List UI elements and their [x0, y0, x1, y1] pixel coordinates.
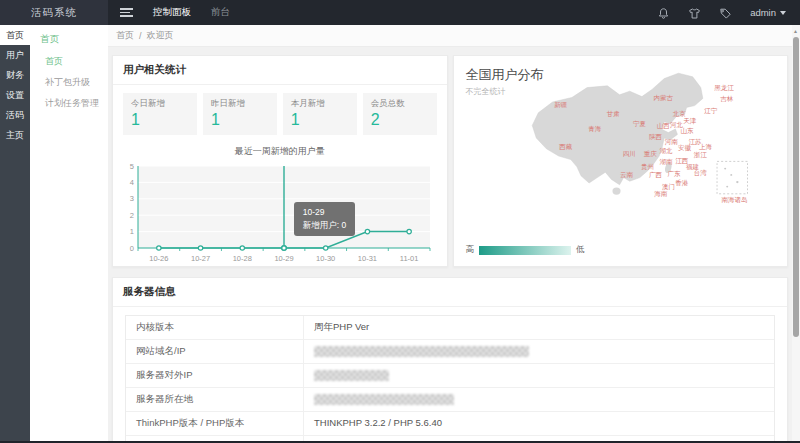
bell-icon[interactable]: [657, 6, 670, 19]
server-info-value: [304, 364, 774, 387]
server-info-panel: 服务器信息 内核版本 周年PHP Ver 网站域名/IP 服务器对外IP 服务器…: [112, 277, 788, 443]
user-stats-title: 用户相关统计: [113, 56, 447, 85]
submenu-item-patch-upgrade[interactable]: 补丁包升级: [30, 72, 108, 93]
tshirt-theme-icon[interactable]: [688, 6, 701, 19]
scrollbar-thumb[interactable]: [793, 37, 799, 337]
sidebar-item-home[interactable]: 首页: [0, 25, 30, 45]
province-label: 台湾: [694, 169, 707, 176]
server-info-label: 服务器对外IP: [126, 364, 304, 387]
app-logo: 活码系统: [0, 0, 108, 25]
stat-card-total-members: 会员总数 2: [363, 93, 437, 135]
breadcrumb-home[interactable]: 首页: [116, 29, 134, 42]
svg-text:5: 5: [130, 162, 134, 171]
topbar-actions: admin: [657, 6, 800, 19]
sidebar-item-qrcode[interactable]: 活码: [0, 105, 30, 125]
sidebar-submenu: 首页 首页 补丁包升级 计划任务管理: [30, 25, 108, 443]
svg-text:4: 4: [130, 178, 134, 187]
china-map: 新疆甘肃青海西藏内蒙古黑龙江吉林辽宁北京天津河北山西宁夏陕西山东河南江苏安徽上海…: [516, 66, 780, 210]
chart-tooltip: 10-29 新增用户: 0: [294, 202, 355, 236]
province-label: 陕西: [649, 133, 662, 140]
stat-cards: 今日新增 1 昨日新增 1 本月新增 1 会员总数 2: [113, 85, 447, 139]
svg-text:10-29: 10-29: [274, 254, 293, 263]
sidebar-item-mainpage[interactable]: 主页: [0, 125, 30, 145]
china-map-shape: [516, 66, 780, 210]
server-info-table: 内核版本 周年PHP Ver 网站域名/IP 服务器对外IP 服务器所在地 Th…: [125, 315, 775, 443]
province-label: 四川: [623, 151, 636, 158]
server-info-label: 服务器所在地: [126, 388, 304, 411]
svg-text:10-28: 10-28: [232, 254, 251, 263]
province-label: 宁夏: [633, 120, 646, 127]
legend-gradient-bar: [479, 246, 571, 255]
province-label: 海南: [654, 191, 667, 198]
page-scrollbar[interactable]: ▲: [792, 25, 800, 443]
tab-frontend[interactable]: 前台: [211, 6, 230, 19]
stat-card-yesterday: 昨日新增 1: [203, 93, 277, 135]
map-legend: 高 低: [466, 244, 585, 256]
scroll-up-arrow-icon[interactable]: ▲: [793, 28, 798, 34]
tooltip-value: 新增用户: 0: [303, 219, 346, 232]
province-label: 辽宁: [704, 107, 717, 114]
province-label: 贵州: [641, 164, 654, 171]
server-info-value: [304, 388, 774, 411]
svg-text:1: 1: [130, 227, 134, 236]
server-info-label: 网站域名/IP: [126, 340, 304, 363]
breadcrumb: 首页 / 欢迎页: [108, 25, 792, 47]
svg-text:3: 3: [130, 194, 134, 203]
svg-text:10-27: 10-27: [191, 254, 210, 263]
table-row: 服务器对外IP: [126, 364, 774, 388]
server-info-label: ThinkPHP版本 / PHP版本: [126, 412, 304, 435]
svg-text:2: 2: [130, 211, 134, 220]
svg-text:11-01: 11-01: [400, 254, 419, 263]
province-label: 内蒙古: [654, 94, 674, 101]
user-menu[interactable]: admin: [750, 7, 786, 18]
province-label: 甘肃: [607, 110, 620, 117]
svg-text:10-30: 10-30: [316, 254, 335, 263]
svg-text:0: 0: [130, 244, 134, 253]
svg-text:10-26: 10-26: [149, 254, 168, 263]
sidebar-item-settings[interactable]: 设置: [0, 85, 30, 105]
province-label: 广西: [649, 172, 662, 179]
breadcrumb-current: 欢迎页: [147, 29, 174, 42]
redacted-value: [314, 346, 529, 357]
province-label: 湖北: [659, 148, 672, 155]
submenu-title: 首页: [30, 25, 108, 51]
map-panel: 全国用户分布 不完全统计 新疆甘肃青海西藏内蒙古黑龙江吉林辽宁北京天津河北山西宁…: [453, 55, 789, 267]
menu-toggle-icon[interactable]: [120, 8, 133, 17]
province-label: 南海诸岛: [722, 197, 748, 204]
chevron-down-icon: [780, 11, 786, 15]
server-info-value: THINKPHP 3.2.2 / PHP 5.6.40: [304, 412, 774, 435]
tab-control-panel[interactable]: 控制面板: [153, 6, 191, 19]
province-label: 上海: [699, 143, 712, 150]
submenu-item-cron-manage[interactable]: 计划任务管理: [30, 93, 108, 114]
province-label: 天津: [683, 117, 696, 124]
submenu-item-home[interactable]: 首页: [30, 51, 108, 72]
tag-icon[interactable]: [719, 6, 732, 19]
province-label: 重庆: [644, 151, 657, 158]
table-row: 内核版本 周年PHP Ver: [126, 316, 774, 340]
province-label: 黑龙江: [714, 84, 734, 91]
server-info-title: 服务器信息: [113, 278, 787, 307]
province-label: 山西: [657, 123, 670, 130]
province-label: 湖南: [659, 159, 672, 166]
province-label: 吉林: [720, 96, 733, 103]
province-label: 香港: [675, 179, 688, 186]
province-label: 浙江: [694, 152, 707, 159]
sidebar-item-users[interactable]: 用户: [0, 45, 30, 65]
svg-text:10-31: 10-31: [358, 254, 377, 263]
province-label: 西藏: [559, 143, 572, 150]
server-info-value: [304, 340, 774, 363]
table-row: ThinkPHP版本 / PHP版本 THINKPHP 3.2.2 / PHP …: [126, 412, 774, 436]
redacted-value: [314, 394, 454, 405]
tooltip-date: 10-29: [303, 206, 346, 219]
legend-low-label: 低: [576, 244, 585, 256]
redacted-value: [314, 370, 389, 381]
province-label: 新疆: [554, 102, 567, 109]
server-info-label: 内核版本: [126, 316, 304, 339]
province-label: 河南: [665, 139, 678, 146]
legend-high-label: 高: [466, 244, 475, 256]
sidebar-item-finance[interactable]: 财务: [0, 65, 30, 85]
stat-card-today: 今日新增 1: [123, 93, 197, 135]
province-label: 青海: [588, 126, 601, 133]
main-content: 首页 / 欢迎页 用户相关统计 今日新增 1 昨日新增 1 本月新增 1: [108, 25, 792, 443]
province-label: 广东: [667, 171, 680, 178]
